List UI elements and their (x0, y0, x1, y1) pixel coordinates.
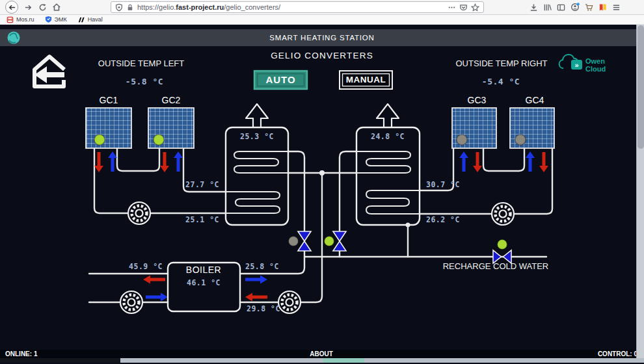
forward-icon (24, 3, 33, 12)
haval-favicon (77, 16, 85, 23)
status-dot (289, 237, 299, 246)
bookmark-emk[interactable]: ЭМК (45, 16, 67, 23)
pocket-icon[interactable] (459, 3, 468, 12)
bookmark-haval[interactable]: Haval (77, 16, 103, 23)
page-title: GELIO CONVERTERS (271, 51, 373, 60)
home-icon-small (52, 3, 61, 12)
collector-label: GC4 (526, 95, 544, 105)
cloud-name-top: Owen (585, 57, 605, 65)
manual-button-label: MANUAL (346, 75, 386, 84)
url-bar[interactable]: https://gelio.fast-project.ru/gelio_conv… (111, 1, 484, 13)
cloud-name-bottom: Cloud (585, 65, 606, 73)
forward-button[interactable] (21, 1, 35, 14)
flag-extension-icon[interactable] (598, 3, 607, 12)
menu-hamburger-icon[interactable] (612, 3, 621, 12)
pump-boiler-left (120, 291, 142, 313)
account-icon[interactable] (570, 3, 580, 12)
recharge-label: RECHARGE COLD WATER (443, 261, 549, 271)
horizontal-scrollbar[interactable] (0, 358, 644, 363)
auto-mode-button[interactable]: AUTO (254, 71, 307, 89)
status-dot (498, 240, 507, 250)
reload-button[interactable] (35, 1, 49, 14)
pump-boiler-right (278, 291, 301, 313)
collector-panel (86, 108, 131, 148)
url-path: /gelio_converters/ (224, 3, 280, 11)
url-domain: fast-project.ru (176, 3, 224, 11)
mosru-favicon (7, 16, 14, 23)
status-dot (457, 135, 467, 145)
bookmark-label: Haval (88, 16, 103, 23)
boiler-right-supply-temp: 25.8 °C (245, 262, 279, 271)
hscroll-thumb[interactable] (120, 358, 323, 363)
bookmark-star-icon[interactable] (471, 3, 479, 12)
control-count: CONTROL: 0 (333, 350, 644, 358)
vertical-scrollbar[interactable] (636, 25, 644, 358)
station-logo-icon (8, 32, 20, 44)
hscroll-thumb-rest[interactable] (364, 358, 644, 363)
outside-temp-left-value: -5.8 °C (126, 77, 163, 86)
vertical-scrollbar-thumb[interactable] (637, 25, 644, 149)
tracking-shield-icon[interactable] (115, 3, 123, 12)
scada-header: SMART HEATING STATION (0, 29, 644, 46)
status-dot (515, 135, 526, 145)
boiler-temp: 46.1 °C (187, 278, 221, 287)
hscroll-teal-segment (323, 358, 364, 363)
bookmark-label: ЭМК (55, 16, 67, 23)
home-button[interactable] (49, 1, 64, 14)
manual-mode-button[interactable]: MANUAL (340, 71, 392, 89)
library-icon[interactable] (543, 3, 552, 12)
page-actions-icon[interactable] (448, 3, 456, 12)
cloud-chevrons: » (574, 61, 578, 69)
hx-left-temp: 25.3 °C (240, 132, 274, 141)
back-icon (8, 3, 16, 12)
bookmark-label: Mos.ru (16, 16, 34, 23)
downloads-icon[interactable] (530, 3, 538, 12)
online-count: ONLINE: 1 (0, 350, 310, 358)
outside-temp-left-label: OUTSIDE TEMP LEFT (98, 58, 184, 68)
status-dot (325, 237, 334, 246)
hx-left-out-temp: 25.1 °C (185, 215, 219, 224)
auto-button-label: AUTO (265, 74, 295, 85)
pipe-junction (319, 170, 325, 176)
boiler-left-supply-temp: 45.9 °C (129, 262, 163, 271)
hx-right-temp: 24.8 °C (371, 132, 405, 141)
hscroll-track-dark (0, 358, 120, 363)
pump-solar-right (492, 203, 514, 225)
pump-solar-left (128, 202, 150, 224)
collector-label: GC1 (100, 95, 118, 105)
toolbar-extensions (530, 3, 621, 12)
outside-temp-right-value: -5.4 °C (482, 77, 520, 86)
url-text: https://gelio.fast-project.ru/gelio_conv… (137, 3, 444, 11)
hx-right-in-temp: 30.7 °C (426, 180, 460, 189)
bookmark-mosru[interactable]: Mos.ru (7, 16, 34, 23)
status-bar: ONLINE: 1 ABOUT CONTROL: 0 (0, 350, 644, 358)
outside-temp-right-label: OUTSIDE TEMP RIGHT (455, 58, 547, 68)
about-link[interactable]: ABOUT (310, 350, 333, 358)
collector-label: GC3 (468, 95, 487, 105)
sidebar-icon[interactable] (557, 3, 565, 12)
hx-left-in-temp: 27.7 °C (185, 180, 219, 189)
boiler-label: BOILER (186, 265, 221, 275)
boiler-right-return-temp: 29.8 °C (247, 304, 280, 313)
scada-mimic-diagram: SMART HEATING STATION GELIO CONVERTERS O… (0, 25, 644, 350)
lock-icon (126, 3, 134, 12)
status-dot (94, 135, 105, 145)
hx-right-out-temp: 26.2 °C (426, 215, 460, 224)
url-prefix: https://gelio. (137, 3, 176, 11)
status-dot (154, 135, 164, 145)
cart-extension-icon[interactable] (585, 3, 593, 12)
collector-label: GC2 (162, 95, 181, 105)
back-button[interactable] (5, 1, 18, 14)
header-title: SMART HEATING STATION (269, 34, 374, 42)
emk-favicon (45, 16, 52, 23)
bookmarks-bar: Mos.ru ЭМК Haval (0, 15, 644, 25)
browser-toolbar: https://gelio.fast-project.ru/gelio_conv… (0, 0, 644, 15)
reload-icon (38, 3, 47, 12)
